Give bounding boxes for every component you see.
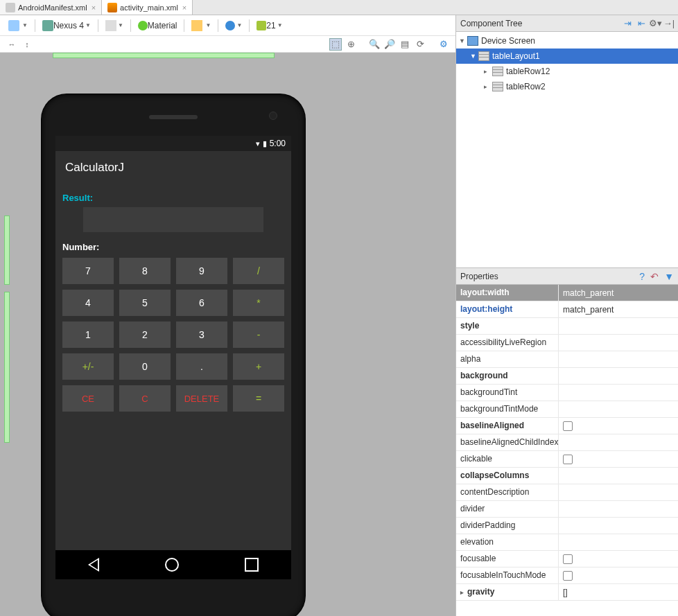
property-value[interactable] [559,318,678,334]
key-[interactable]: + [233,353,284,380]
key-5[interactable]: 5 [119,290,171,316]
key-[interactable]: - [233,322,284,348]
property-value[interactable] [559,534,678,550]
property-value[interactable]: match_parent [559,301,678,317]
tree-node-tablerow12[interactable]: ▸ tableRow12 [456,64,678,79]
refresh-button[interactable]: ⟳ [414,38,426,51]
property-row[interactable]: collapseColumns [456,468,678,484]
checkbox[interactable] [563,421,573,431]
device-screen[interactable]: ▾ ▮ 5:00 CalculatorJ Result: Number: 789… [55,136,291,579]
property-row[interactable]: layout:widthmatch_parent [456,285,678,301]
checkbox[interactable] [563,554,573,564]
property-row[interactable]: focusableInTouchMode [456,567,678,584]
help-icon[interactable]: ? [639,271,645,282]
caret-down-icon[interactable]: ▼ [459,37,467,44]
caret-right-icon[interactable]: ▸ [460,589,467,596]
select-tool[interactable]: ⬚ [329,38,342,51]
settings-button[interactable]: ⚙ [437,38,450,51]
property-value[interactable] [559,418,678,434]
key-c[interactable]: C [119,385,171,412]
property-row[interactable]: backgroundTint [456,385,678,401]
property-row[interactable]: baselineAligned [456,418,678,434]
zoom-actual-button[interactable]: ⊕ [345,38,357,51]
key-7[interactable]: 7 [62,258,114,284]
key-6[interactable]: 6 [176,290,227,316]
zoom-in-button[interactable]: 🔍 [368,38,381,51]
device-selector[interactable]: Nexus 4 ▼ [40,19,94,33]
property-row[interactable]: divider [456,501,678,518]
orientation-button[interactable]: ▼ [103,19,126,33]
close-icon[interactable]: × [92,3,96,12]
key-[interactable]: = [233,385,284,412]
property-value[interactable] [559,468,678,484]
expand-horizontal-button[interactable]: ↔ [6,38,18,51]
property-row[interactable]: clickable [456,451,678,468]
key-9[interactable]: 9 [176,258,227,284]
property-row[interactable]: layout:heightmatch_parent [456,301,678,318]
locale-selector[interactable]: ▼ [223,19,245,32]
property-row[interactable]: ▸gravity[] [456,584,678,601]
gear-icon[interactable]: ⚙▾ [650,19,660,28]
property-row[interactable]: dividerPadding [456,518,678,534]
property-row[interactable]: baselineAlignedChildIndex [456,434,678,451]
property-row[interactable]: elevation [456,534,678,551]
property-value[interactable] [559,518,678,534]
tree-node-tablelayout1[interactable]: ▼ tableLayout1 [456,49,678,64]
undo-icon[interactable]: ↶ [650,271,659,282]
zoom-out-button[interactable]: 🔎 [383,38,396,51]
properties-list[interactable]: layout:widthmatch_parentlayout:heightmat… [456,285,678,616]
nav-home-icon[interactable] [165,558,179,572]
property-row[interactable]: accessibilityLiveRegion [456,335,678,351]
hide-icon[interactable]: →| [664,19,674,28]
close-icon[interactable]: × [182,3,186,12]
filter-icon[interactable]: ▼ [664,271,674,282]
property-row[interactable]: style [456,318,678,335]
nav-back-icon[interactable] [88,558,99,572]
nav-recent-icon[interactable] [245,558,259,572]
caret-right-icon[interactable]: ▸ [484,68,492,75]
theme-selector[interactable]: Material [135,19,180,32]
api-selector[interactable]: 21 ▼ [254,19,285,32]
property-value[interactable] [559,567,678,583]
design-canvas[interactable]: ▾ ▮ 5:00 CalculatorJ Result: Number: 789… [0,53,455,616]
property-value[interactable] [559,368,678,384]
property-row[interactable]: background [456,368,678,385]
key-3[interactable]: 3 [176,322,227,348]
key-8[interactable]: 8 [119,258,171,284]
expand-icon[interactable]: ⇥ [623,19,632,28]
tree-node-tablerow2[interactable]: ▸ tableRow2 [456,79,678,94]
key-[interactable]: / [233,258,284,284]
key-1[interactable]: 1 [62,322,114,348]
tree-node-device-screen[interactable]: ▼ Device Screen [456,33,678,49]
tab-manifest[interactable]: AndroidManifest.xml × [0,0,102,15]
property-value[interactable]: match_parent [559,285,678,301]
preview-button[interactable]: ▼ [189,19,214,33]
property-row[interactable]: backgroundTintMode [456,401,678,418]
expand-vertical-button[interactable]: ↕ [21,38,33,51]
key-2[interactable]: 2 [119,322,171,348]
property-value[interactable] [559,401,678,417]
zoom-fit-button[interactable]: ▤ [399,38,411,51]
checkbox[interactable] [563,455,573,464]
property-value[interactable] [559,484,678,500]
checkbox[interactable] [563,571,573,581]
property-value[interactable]: [] [559,584,678,600]
tab-activity-main[interactable]: activity_main.xml × [102,0,193,15]
caret-right-icon[interactable]: ▸ [484,83,492,90]
property-value[interactable] [559,385,678,401]
property-value[interactable] [559,434,678,450]
key-[interactable]: . [176,353,227,380]
collapse-icon[interactable]: ⇤ [636,19,646,28]
key-0[interactable]: 0 [119,353,171,380]
property-value[interactable] [559,501,678,517]
property-value[interactable] [559,335,678,351]
property-value[interactable] [559,351,678,367]
key-[interactable]: +/- [62,353,114,380]
property-row[interactable]: focusable [456,551,678,567]
key-4[interactable]: 4 [62,290,114,316]
property-value[interactable] [559,551,678,567]
property-value[interactable] [559,451,678,467]
key-delete[interactable]: DELETE [176,385,227,412]
property-row[interactable]: contentDescription [456,484,678,501]
palette-button[interactable]: ▼ [6,19,31,33]
